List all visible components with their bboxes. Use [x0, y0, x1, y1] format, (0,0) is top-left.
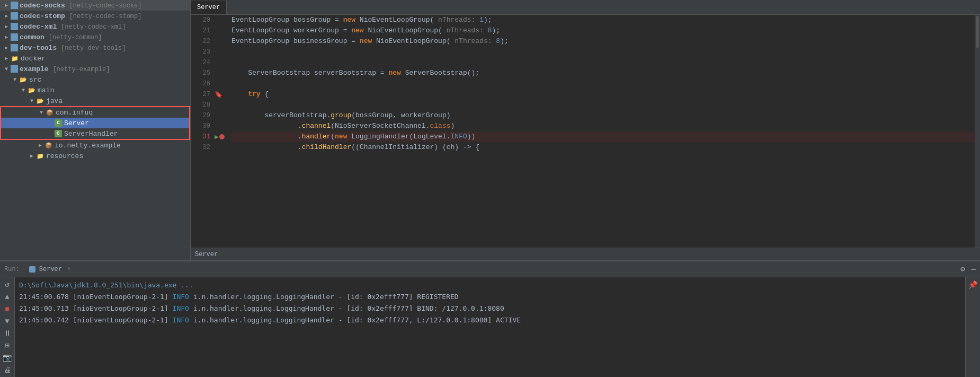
pause-button[interactable]: ⏸ [2, 328, 13, 338]
scrollbar-thumb[interactable] [976, 16, 979, 48]
sidebar-item-com-infuq[interactable]: 📦 com.infuq [1, 107, 189, 118]
code-editor: Server 20 21 22 23 24 25 26 27 28 29 30 … [191, 0, 980, 260]
code-line-31: .handler(new LoggingHandler(LogLevel.INF… [231, 131, 975, 142]
line-num-22: 22 [191, 36, 210, 47]
sidebar-item-label: docker [21, 55, 46, 63]
tree-arrow [28, 97, 36, 105]
scrollbar-right[interactable] [975, 15, 980, 248]
sidebar-item-dev-tools[interactable]: dev-tools [netty-dev-tools] [0, 42, 190, 53]
gutter-21 [215, 25, 226, 36]
log-time-1: 21:45:00.678 [19, 293, 69, 301]
folder-icon: 📁 [11, 54, 19, 63]
print-button[interactable]: 🖨 [2, 365, 13, 375]
sidebar-item-main[interactable]: 📂 main [0, 85, 190, 95]
run-body: ↺ ▲ ■ ▼ ⏸ ⊞ 📷 🖨 D:\Soft\Java\jdk1.8.0_25… [0, 277, 980, 377]
sidebar-item-resources[interactable]: 📁 resources [0, 151, 190, 161]
gutter-31: ▶ [215, 131, 226, 142]
log-line-1: 21:45:00.678 [nioEventLoopGroup-2-1] INF… [19, 291, 961, 303]
debug-arrow-icon [219, 134, 225, 139]
code-line-20: EventLoopGroup bossGroup = new NioEventL… [231, 15, 975, 25]
rerun-button[interactable]: ↺ [2, 279, 13, 290]
log-time-3: 21:45:00.742 [19, 316, 69, 324]
tree-arrow [46, 119, 54, 127]
class-icon: C [54, 129, 63, 138]
sidebar-item-codec-socks[interactable]: codec-socks [netty-codec-socks] [0, 0, 190, 11]
code-area[interactable]: EventLoopGroup bossGroup = new NioEventL… [226, 15, 975, 248]
run-side-toolbar: ↺ ▲ ■ ▼ ⏸ ⊞ 📷 🖨 [0, 277, 15, 377]
folder-icon: 📁 [36, 152, 44, 160]
scroll-down-button[interactable]: ▼ [2, 316, 13, 326]
run-toolbar: Run: Server × ⚙ — [0, 261, 980, 277]
line-num-32: 32 [191, 142, 210, 153]
log-line-3: 21:45:00.742 [nioEventLoopGroup-2-1] INF… [19, 314, 961, 326]
tree-arrow [19, 86, 28, 94]
gutter-26 [215, 78, 226, 89]
sidebar-item-codec-xml[interactable]: codec-xml [netty-codec-xml] [0, 21, 190, 32]
log-time-2: 21:45:00.713 [19, 304, 69, 312]
red-selection-box: 📦 com.infuq C Server C ServerHandler [0, 106, 190, 140]
log-logger-1: i.n.handler.logging.LoggingHandler - [id… [193, 293, 459, 301]
line-num-20: 20 [191, 15, 210, 25]
gutter-25 [215, 68, 226, 78]
run-right-toolbar: 📌 [965, 277, 980, 377]
gutter-20 [215, 15, 226, 25]
line-num-30: 30 [191, 121, 210, 131]
tree-arrow [2, 33, 11, 41]
line-num-24: 24 [191, 57, 210, 68]
line-num-23: 23 [191, 47, 210, 57]
sidebar-item-example[interactable]: example [netty-example] [0, 64, 190, 74]
log-level-1: INFO [173, 293, 193, 301]
sidebar-item-java[interactable]: 📂 java [0, 95, 190, 106]
tree-arrow [2, 43, 11, 52]
gutter-30 [215, 121, 226, 131]
camera-button[interactable]: 📷 [2, 353, 13, 363]
sidebar-item-io-netty-example[interactable]: 📦 io.netty.example [0, 140, 190, 151]
line-num-21: 21 [191, 25, 210, 36]
log-logger-3: i.n.handler.logging.LoggingHandler - [id… [193, 316, 521, 324]
sidebar-item-label: codec-stomp [netty-codec-stomp] [20, 12, 141, 20]
log-level-2: INFO [173, 304, 193, 312]
run-tab-close[interactable]: × [67, 266, 70, 272]
sidebar-item-ServerHandler[interactable]: C ServerHandler [1, 128, 189, 139]
code-line-27: try { [231, 89, 975, 100]
sidebar-item-label: main [38, 86, 54, 94]
sidebar-item-Server[interactable]: C Server [1, 118, 189, 128]
settings-icon[interactable]: ⚙ [960, 265, 965, 274]
sidebar-item-docker[interactable]: 📁 docker [0, 53, 190, 64]
sidebar-item-label: src [29, 76, 41, 84]
log-logger-2: i.n.handler.logging.LoggingHandler - [id… [193, 304, 504, 312]
gutter-28 [215, 100, 226, 110]
editor-tab-server[interactable]: Server [191, 1, 227, 14]
bookmark-icon: 🔖 [215, 91, 222, 99]
gutter-27: 🔖 [215, 89, 226, 100]
line-num-29: 29 [191, 110, 210, 121]
sidebar-item-src[interactable]: 📂 src [0, 74, 190, 85]
tree-arrow [2, 65, 11, 73]
gutter-23 [215, 47, 226, 57]
sidebar-item-common[interactable]: common [netty-common] [0, 32, 190, 42]
line-num-25: 25 [191, 68, 210, 78]
minimize-icon[interactable]: — [972, 265, 976, 274]
tree-arrow [2, 1, 11, 10]
layout-button[interactable]: ⊞ [2, 340, 13, 350]
scroll-up-button[interactable]: ▲ [2, 292, 13, 302]
stop-button[interactable]: ■ [2, 304, 13, 314]
log-level-3: INFO [173, 316, 193, 324]
package-icon: 📦 [44, 141, 53, 150]
run-panel: Run: Server × ⚙ — ↺ ▲ ■ ▼ ⏸ ⊞ 📷 🖨 D:\Sof… [0, 260, 980, 377]
sidebar-item-label: codec-socks [netty-codec-socks] [20, 2, 141, 10]
run-tab-icon [29, 266, 35, 273]
code-line-29: serverBootstrap.group(bossGroup, workerG… [231, 110, 975, 121]
main-area: codec-socks [netty-codec-socks] codec-st… [0, 0, 980, 260]
sidebar-item-label: common [netty-common] [20, 33, 102, 41]
module-icon [11, 23, 18, 30]
tree-arrow [46, 129, 54, 138]
run-tab-server[interactable]: Server × [25, 261, 75, 277]
run-label: Run: [4, 266, 20, 273]
line-num-27: 27 [191, 89, 210, 100]
code-line-28 [231, 100, 975, 110]
sidebar-item-codec-stomp[interactable]: codec-stomp [netty-codec-stomp] [0, 11, 190, 21]
sidebar-item-label: Server [64, 119, 89, 127]
pin-button[interactable]: 📌 [968, 279, 978, 290]
tree-arrow [28, 152, 36, 160]
